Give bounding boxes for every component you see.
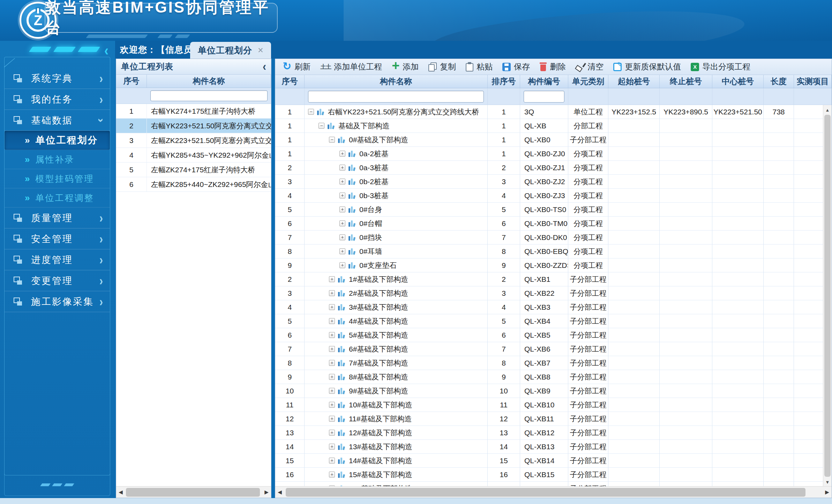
expand-node-icon[interactable]: + [329,276,335,282]
component-code-filter-input[interactable] [524,91,564,103]
tree-table-row[interactable]: 1+0a-2桩基1QL-XB0-ZJ0分项工程 [275,147,824,161]
expand-node-icon[interactable]: + [329,304,335,310]
tree-table-row[interactable]: 9+0#支座垫石9QL-XB0-ZZDS0分项工程 [275,258,824,272]
expand-node-icon[interactable]: + [339,165,345,171]
sidebar-item-system-dict[interactable]: 系统字典› [5,68,110,89]
add-button[interactable]: 添加 [388,60,422,74]
sidebar-subitem-unit-project-division[interactable]: »单位工程划分 [5,131,110,150]
expand-node-icon[interactable]: + [329,346,335,352]
expand-node-icon[interactable]: + [339,220,345,226]
tree-table-row[interactable]: 4+3#基础及下部构造4QL-XB3子分部工程 [275,300,824,314]
tree-table-row[interactable]: 4+0b-3桩基4QL-XB0-ZJ3分项工程 [275,189,824,203]
save-button[interactable]: 保存 [499,60,534,74]
expand-node-icon[interactable]: + [339,179,345,185]
tab-unit-project-division[interactable]: 单位工程划分 × [190,42,271,59]
scroll-up-icon[interactable]: ▲ [823,106,832,114]
add-unit-project-button[interactable]: 添加单位工程 [316,60,386,74]
tree-table-row[interactable]: 1−0#基础及下部构造1QL-XB0子分部工程 [275,133,824,147]
expand-node-icon[interactable]: + [329,458,335,464]
tree-table-row[interactable]: 6+0#台帽6QL-XB0-TM0分项工程 [275,217,824,231]
expand-node-icon[interactable]: + [329,374,335,380]
clear-button[interactable]: 清空 [572,60,607,74]
bar [343,348,345,352]
expand-node-icon[interactable]: + [329,472,335,477]
tree-table-row[interactable]: 8+0#耳墙8QL-XB0-EBQ0分项工程 [275,245,824,258]
expand-node-icon[interactable]: + [339,193,345,198]
scroll-left-icon[interactable]: ◀ [116,487,125,498]
vscroll-thumb[interactable] [824,115,831,477]
expand-node-icon[interactable]: + [329,332,335,338]
unit-list-row[interactable]: 6左幅ZK285+440~ZK292+965阿尔金山特长隧道 [116,177,271,192]
update-qa-default-button[interactable]: 更新质保默认值 [609,60,685,74]
tree-table-row[interactable]: 13+12#基础及下部构造13QL-XB12子分部工程 [275,426,824,440]
tree-table-row[interactable]: 7+6#基础及下部构造7QL-XB6子分部工程 [275,342,824,356]
unit-list-row[interactable]: 4右幅YK285+435~YK292+962阿尔金山特长隧道 [116,148,271,163]
tree-table-row[interactable]: 3+2#基础及下部构造3QL-XB22子分部工程 [275,286,824,300]
tree-table-row[interactable]: 1−基础及下部构造1QL-XB分部工程 [275,119,824,133]
unit-list-row[interactable]: 5左幅ZK274+175红崖子沟特大桥 [116,163,271,177]
sidebar-item-quality-management[interactable]: 质量管理› [5,208,110,228]
expand-node-icon[interactable]: + [329,444,335,450]
tree-table-row[interactable]: 7+0#挡块7QL-XB0-DK0分项工程 [275,231,824,245]
expand-node-icon[interactable]: + [339,151,345,157]
collapse-node-icon[interactable]: − [318,123,324,129]
sidebar-subitem-unit-project-adjust[interactable]: »单位工程调整 [5,188,110,208]
tree-table-row[interactable]: 8+7#基础及下部构造8QL-XB7子分部工程 [275,356,824,370]
tree-table-row[interactable]: 11+10#基础及下部构造11QL-XB10子分部工程 [275,398,824,412]
scroll-down-icon[interactable]: ▼ [823,478,832,486]
unit-list-row[interactable]: 2右幅YK223+521.50阿克塞分离式立交跨线大桥 [116,119,271,133]
tree-table-row[interactable]: 16+15#基础及下部构造16QL-XB15子分部工程 [275,468,824,482]
tree-table-row[interactable]: 15+14#基础及下部构造15QL-XB14子分部工程 [275,454,824,468]
expand-node-icon[interactable]: + [329,290,335,296]
unit-list-row[interactable]: 3左幅ZK223+521.50阿克塞分离式立交跨线大桥 [116,133,271,148]
sidebar-item-my-tasks[interactable]: 我的任务› [5,89,110,110]
scroll-left-icon[interactable]: ◀ [275,487,284,498]
expand-node-icon[interactable]: + [329,430,335,436]
sidebar-collapse-icon[interactable]: ‹ [104,42,108,59]
sidebar-subitem-attribute-supplement[interactable]: »属性补录 [5,150,110,169]
tree-table-row[interactable]: 9+8#基础及下部构造9QL-XB8子分部工程 [275,370,824,384]
hscroll-thumb[interactable] [286,488,805,497]
panel-collapse-icon[interactable]: ‹ [263,60,266,73]
expand-node-icon[interactable]: + [339,234,345,240]
export-subitem-button[interactable]: 导出分项工程 [687,60,754,74]
scroll-right-icon[interactable]: ▶ [262,487,271,498]
sidebar-item-construction-image-capture[interactable]: 施工影像采集› [5,291,110,312]
expand-node-icon[interactable]: + [339,206,345,212]
expand-node-icon[interactable]: + [329,360,335,366]
sidebar-item-change-management[interactable]: 变更管理› [5,270,110,291]
tree-table-row[interactable]: 2+1#基础及下部构造2QL-XB1子分部工程 [275,272,824,286]
tree-table-row[interactable]: 6+5#基础及下部构造6QL-XB5子分部工程 [275,328,824,342]
tab-close-icon[interactable]: × [258,46,263,55]
copy-button[interactable]: 复制 [425,60,460,74]
unit-name-filter-input[interactable] [150,90,268,101]
collapse-node-icon[interactable]: − [308,109,314,115]
row-measured-items [794,258,824,272]
scroll-right-icon[interactable]: ▶ [823,487,832,498]
hscroll-thumb[interactable] [126,488,260,497]
tree-table-row[interactable]: 14+13#基础及下部构造14QL-XB13子分部工程 [275,440,824,454]
tree-table-row[interactable]: 12+11#基础及下部构造12QL-XB11子分部工程 [275,412,824,426]
expand-node-icon[interactable]: + [329,388,335,394]
tree-table-row[interactable]: 1−右幅YK223+521.50阿克塞分离式立交跨线大桥13Q单位工程YK223… [275,105,824,119]
expand-node-icon[interactable]: + [329,416,335,422]
delete-button[interactable]: 删除 [536,60,570,74]
tree-table-row[interactable]: 5+4#基础及下部构造5QL-XB4子分部工程 [275,314,824,328]
paste-button[interactable]: 粘贴 [462,60,496,74]
tree-table-row[interactable]: 5+0#台身5QL-XB0-TS0分项工程 [275,203,824,217]
tree-table-row[interactable]: 10+9#基础及下部构造10QL-XB9子分部工程 [275,384,824,398]
sidebar-item-safety-management[interactable]: 安全管理› [5,228,110,249]
sidebar-subitem-model-code-management[interactable]: »模型挂码管理 [5,169,110,188]
tree-table-row[interactable]: 3+0b-2桩基3QL-XB0-ZJ2分项工程 [275,175,824,189]
expand-node-icon[interactable]: + [329,402,335,408]
expand-node-icon[interactable]: + [329,318,335,324]
tree-table-row[interactable]: 2+0a-3桩基2QL-XB0-ZJ1分项工程 [275,161,824,175]
component-name-filter-input[interactable] [308,91,484,103]
sidebar-item-base-data[interactable]: 基础数据› [5,110,110,131]
unit-list-row[interactable]: 1右幅YK274+175红崖子沟特大桥 [116,104,271,119]
expand-node-icon[interactable]: + [339,248,345,254]
expand-node-icon[interactable]: + [339,262,345,268]
refresh-button[interactable]: 刷新 [279,60,314,74]
collapse-node-icon[interactable]: − [329,137,335,143]
sidebar-item-progress-management[interactable]: 进度管理› [5,249,110,270]
